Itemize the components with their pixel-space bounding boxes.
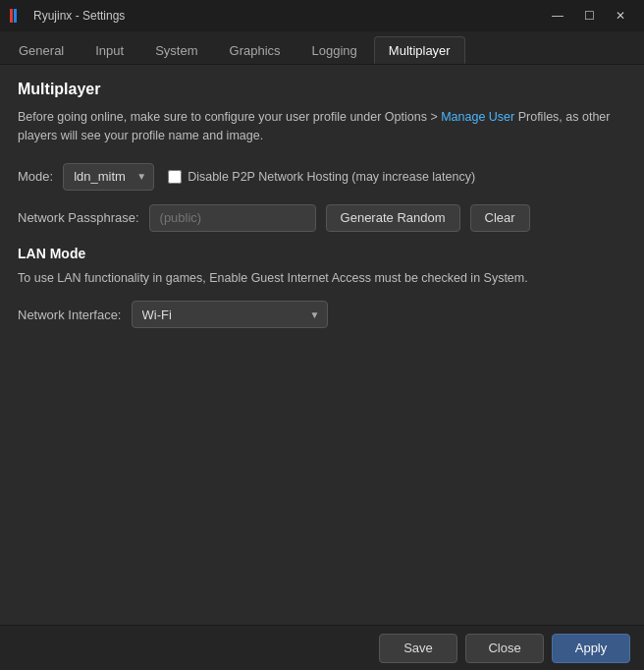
info-text-before: Before going online, make sure to config… [18,110,441,124]
minimize-button[interactable]: — [544,6,571,26]
title-bar-left: Ryujinx - Settings [10,8,125,24]
generate-random-button[interactable]: Generate Random [326,204,460,232]
clear-button[interactable]: Clear [470,204,530,232]
network-interface-row: Network Interface: Wi-Fi Ethernet Loopba… [18,301,626,328]
mode-select[interactable]: ldn_mitm disabled [63,163,154,191]
tab-bar: General Input System Graphics Logging Mu… [0,31,644,65]
mode-label: Mode: [18,169,53,184]
section-title: Multiplayer [18,81,626,98]
tab-input[interactable]: Input [80,36,138,64]
passphrase-label: Network Passphrase: [18,210,139,225]
disable-p2p-label: Disable P2P Network Hosting (may increas… [188,170,475,184]
manage-user-link[interactable]: Manage User [441,110,514,124]
disable-p2p-row: Disable P2P Network Hosting (may increas… [168,170,475,184]
close-button[interactable]: ✕ [607,6,634,26]
logo-red-bar [10,9,13,23]
main-content: Multiplayer Before going online, make su… [0,65,644,358]
save-button[interactable]: Save [379,634,457,663]
lan-mode-title: LAN Mode [18,246,626,261]
window-title: Ryujinx - Settings [33,9,125,23]
disable-p2p-checkbox[interactable] [168,170,182,184]
network-interface-label: Network Interface: [18,307,122,322]
tab-logging[interactable]: Logging [297,36,372,64]
mode-select-wrapper: ldn_mitm disabled ▼ [63,163,154,191]
network-interface-select[interactable]: Wi-Fi Ethernet Loopback [132,301,328,328]
close-action-button[interactable]: Close [465,634,544,663]
logo-blue-bar [14,9,17,23]
apply-button[interactable]: Apply [552,634,630,663]
app-icon [10,8,26,24]
tab-system[interactable]: System [140,36,212,64]
network-interface-select-wrapper: Wi-Fi Ethernet Loopback ▼ [132,301,328,328]
title-bar: Ryujinx - Settings — ☐ ✕ [0,0,644,31]
passphrase-row: Network Passphrase: Generate Random Clea… [18,204,626,232]
tab-multiplayer[interactable]: Multiplayer [374,36,465,64]
window-controls: — ☐ ✕ [544,6,634,26]
tab-graphics[interactable]: Graphics [215,36,295,64]
maximize-button[interactable]: ☐ [575,6,603,26]
info-text: Before going online, make sure to config… [18,108,626,145]
tab-general[interactable]: General [4,36,79,64]
action-bar: Save Close Apply [0,625,644,670]
lan-info-text: To use LAN functionality in games, Enabl… [18,269,626,288]
mode-row: Mode: ldn_mitm disabled ▼ Disable P2P Ne… [18,163,626,191]
passphrase-input[interactable] [149,204,316,232]
